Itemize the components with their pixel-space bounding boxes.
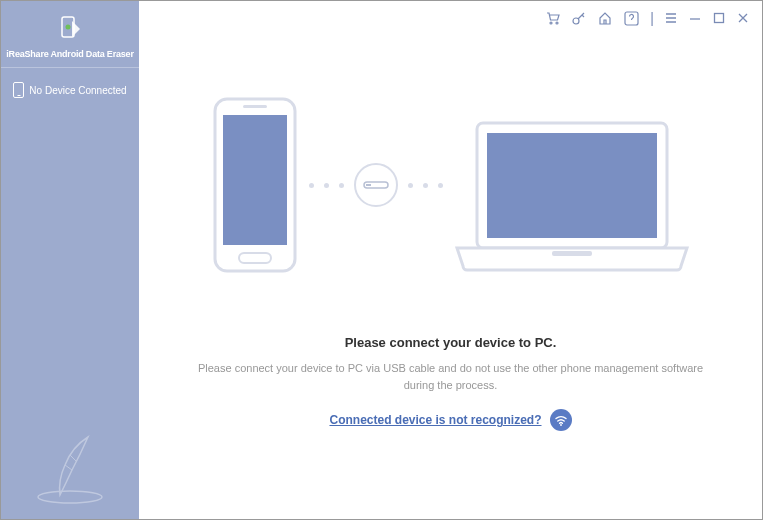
svg-rect-9 [223,115,287,245]
sidebar: iReaShare Android Data Eraser No Device … [1,1,139,519]
device-status-text: No Device Connected [29,85,126,96]
svg-point-4 [556,22,558,24]
dot-icon [423,183,428,188]
logo-area: iReaShare Android Data Eraser [1,1,139,68]
dot-icon [324,183,329,188]
titlebar: | [139,1,762,35]
dot-icon [438,183,443,188]
app-title: iReaShare Android Data Eraser [5,49,135,59]
svg-rect-15 [487,133,657,238]
home-icon[interactable] [597,10,613,26]
laptop-illustration-icon [447,115,697,275]
titlebar-separator: | [650,10,654,26]
quill-decoration-icon [30,435,110,509]
svg-point-2 [38,491,102,503]
svg-point-17 [560,424,562,426]
connect-subtext: Please connect your device to PC via USB… [191,360,711,393]
dot-icon [309,183,314,188]
svg-rect-7 [715,14,724,23]
content-area: Please connect your device to PC. Please… [139,35,762,519]
svg-rect-16 [552,251,592,256]
svg-point-1 [66,25,71,30]
dot-icon [339,183,344,188]
phone-icon [13,82,24,98]
connect-heading: Please connect your device to PC. [345,335,557,350]
maximize-button[interactable] [712,11,726,25]
svg-rect-13 [366,184,371,186]
minimize-button[interactable] [688,11,702,25]
app-window: iReaShare Android Data Eraser No Device … [1,1,762,519]
help-link-row: Connected device is not recognized? [329,409,571,431]
svg-point-3 [550,22,552,24]
device-not-recognized-link[interactable]: Connected device is not recognized? [329,413,541,427]
connection-dots-right [408,183,443,188]
cart-icon[interactable] [545,10,561,26]
main-area: | [139,1,762,519]
usb-connector-icon [354,163,398,207]
dot-icon [408,183,413,188]
device-status: No Device Connected [1,68,139,112]
help-icon[interactable] [623,10,640,27]
key-icon[interactable] [571,10,587,26]
connection-dots-left [309,183,344,188]
menu-icon[interactable] [664,11,678,25]
app-logo-icon [54,13,86,45]
connect-illustration [205,95,697,275]
close-button[interactable] [736,11,750,25]
phone-illustration-icon [205,95,305,275]
svg-rect-10 [243,105,267,108]
wifi-icon[interactable] [550,409,572,431]
